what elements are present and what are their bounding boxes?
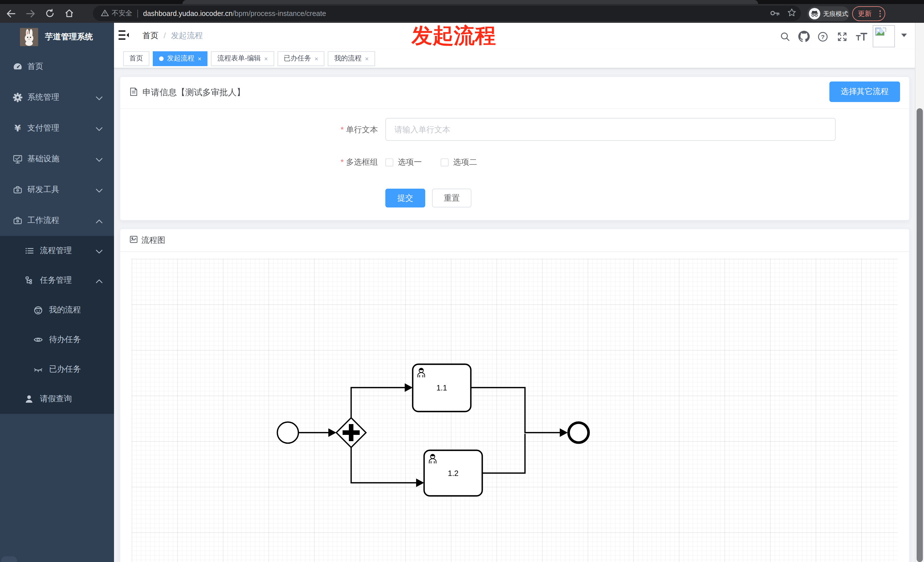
reset-button[interactable]: 重置 (432, 189, 471, 207)
password-key-icon[interactable] (770, 8, 780, 18)
sidebar-item-label: 任务管理 (40, 275, 72, 286)
sidebar-item-label: 我的流程 (49, 305, 81, 315)
tab-my-process[interactable]: 我的流程 × (328, 51, 375, 66)
fullscreen-icon[interactable] (836, 30, 848, 43)
sidebar-item-infrastructure[interactable]: 基础设施 (0, 144, 114, 174)
close-icon[interactable]: × (365, 55, 369, 62)
page-scrollbar[interactable] (915, 23, 924, 562)
app-logo-row[interactable]: 芋道管理系统 (0, 23, 114, 51)
tab-label: 我的流程 (334, 54, 362, 63)
sidebar-item-devtools[interactable]: 研发工具 (0, 174, 114, 205)
reload-button[interactable] (41, 6, 58, 20)
app-title: 芋道管理系统 (45, 32, 93, 42)
checkbox-label: 选项二 (453, 157, 477, 168)
tab-label: 发起流程 (167, 54, 194, 63)
sidebar-item-label: 已办任务 (49, 364, 81, 375)
sidebar-item-process-mgmt[interactable]: 流程管理 (0, 236, 114, 265)
flow-task1-to-end (471, 388, 560, 433)
bookmark-star-icon[interactable] (787, 8, 796, 19)
checkbox-option-1[interactable]: 选项一 (386, 157, 422, 168)
close-icon[interactable]: × (264, 55, 268, 62)
bpmn-diagram: 1.1 1.2 (132, 259, 899, 562)
font-size-icon[interactable] (855, 30, 868, 43)
process-diagram-card: 流程图 (120, 229, 910, 562)
task-label: 1.1 (436, 384, 447, 392)
update-label: 更新 (858, 9, 872, 18)
sidebar-item-system[interactable]: 系统管理 (0, 82, 114, 113)
workflow-submenu: 流程管理 任务管理 我的流程 (0, 236, 114, 414)
back-button[interactable] (2, 6, 20, 20)
tab-home[interactable]: 首页 (123, 51, 149, 66)
sidebar-item-workflow[interactable]: 工作流程 (0, 205, 114, 236)
browser-menu-icon[interactable] (879, 10, 880, 17)
bpmn-user-task-1[interactable]: 1.1 (413, 364, 471, 412)
sidebar-item-task-mgmt[interactable]: 任务管理 (0, 265, 114, 295)
browser-toolbar: 不安全 dashboard.yudao.iocoder.cn/bpm/proce… (0, 4, 924, 23)
list-icon (24, 246, 34, 256)
checkbox-icon[interactable] (441, 159, 448, 166)
chevron-up-icon (96, 216, 103, 225)
flow-gateway-to-task2 (351, 447, 416, 483)
browser-update-button[interactable]: 更新 (852, 6, 885, 21)
arrowhead (416, 478, 424, 487)
bpmn-end-event[interactable] (568, 423, 588, 443)
address-bar[interactable]: 不安全 dashboard.yudao.iocoder.cn/bpm/proce… (93, 6, 801, 21)
help-icon[interactable]: ? (816, 30, 829, 43)
browser-tab[interactable] (182, 0, 758, 4)
sidebar-item-done-tasks[interactable]: 已办任务 (0, 355, 114, 384)
avatar-dropdown-caret[interactable] (901, 34, 907, 37)
flow-gateway-to-task1 (351, 388, 405, 418)
search-icon[interactable] (778, 30, 791, 43)
main-area: 首页 / 发起流程 ? (114, 23, 924, 562)
sidebar-item-label: 请假查询 (40, 394, 72, 404)
home-button[interactable] (60, 6, 78, 20)
eye-icon (33, 334, 44, 345)
chevron-down-icon (96, 185, 103, 194)
checkbox-icon[interactable] (386, 159, 393, 166)
sidebar-item-home[interactable]: 首页 (0, 51, 114, 82)
chevron-up-icon (96, 276, 103, 285)
sidebar-item-leave-query[interactable]: 请假查询 (0, 384, 114, 414)
page-content: 申请信息【测试多审批人】 选择其它流程 *单行文本 *多选框组 选项一 (114, 69, 924, 562)
close-icon[interactable]: × (198, 55, 201, 62)
sidebar-item-my-process[interactable]: 我的流程 (0, 295, 114, 325)
bpmn-canvas[interactable]: 1.1 1.2 (132, 259, 898, 562)
checkbox-option-2[interactable]: 选项二 (441, 157, 477, 168)
tab-label: 首页 (129, 54, 143, 63)
submit-button[interactable]: 提交 (386, 189, 425, 207)
monitor-icon (12, 154, 23, 164)
breadcrumb-separator: / (164, 31, 166, 41)
sidebar-fold-icon[interactable] (118, 30, 129, 42)
single-line-text-input[interactable] (386, 118, 836, 141)
tab-start-process[interactable]: 发起流程 × (153, 51, 208, 66)
sidebar-item-todo-tasks[interactable]: 待办任务 (0, 325, 114, 355)
tab-process-form-edit[interactable]: 流程表单-编辑 × (211, 51, 274, 66)
sidebar-item-label: 首页 (27, 61, 44, 72)
sidebar-item-label: 待办任务 (49, 334, 81, 345)
arrowhead (328, 428, 336, 437)
sidebar-item-payment[interactable]: ¥ 支付管理 (0, 113, 114, 144)
avatar[interactable] (873, 25, 895, 47)
task-label: 1.2 (448, 469, 459, 478)
arrowhead (560, 428, 568, 437)
github-icon[interactable] (798, 30, 810, 43)
bpmn-start-event[interactable] (278, 422, 298, 443)
dashboard-icon (12, 61, 23, 72)
tab-label: 已办任务 (284, 54, 311, 63)
tab-done-tasks[interactable]: 已办任务 × (278, 51, 325, 66)
select-other-process-button[interactable]: 选择其它流程 (830, 81, 900, 102)
url-text[interactable]: dashboard.yudao.iocoder.cn/bpm/process-i… (143, 9, 326, 17)
text-field-label: *单行文本 (120, 125, 378, 135)
chevron-down-icon (96, 154, 103, 163)
scrollbar-thumb[interactable] (916, 108, 923, 562)
not-secure-warning-icon[interactable] (101, 8, 109, 18)
chevron-down-icon (96, 246, 103, 255)
app-logo (20, 28, 38, 46)
sidebar-item-label: 支付管理 (27, 123, 59, 133)
security-label[interactable]: 不安全 (112, 9, 132, 18)
forward-button[interactable] (22, 6, 39, 20)
bpmn-parallel-gateway[interactable] (336, 418, 366, 447)
breadcrumb-home[interactable]: 首页 (142, 31, 159, 41)
close-icon[interactable]: × (315, 55, 318, 62)
bpmn-user-task-2[interactable]: 1.2 (424, 450, 482, 496)
